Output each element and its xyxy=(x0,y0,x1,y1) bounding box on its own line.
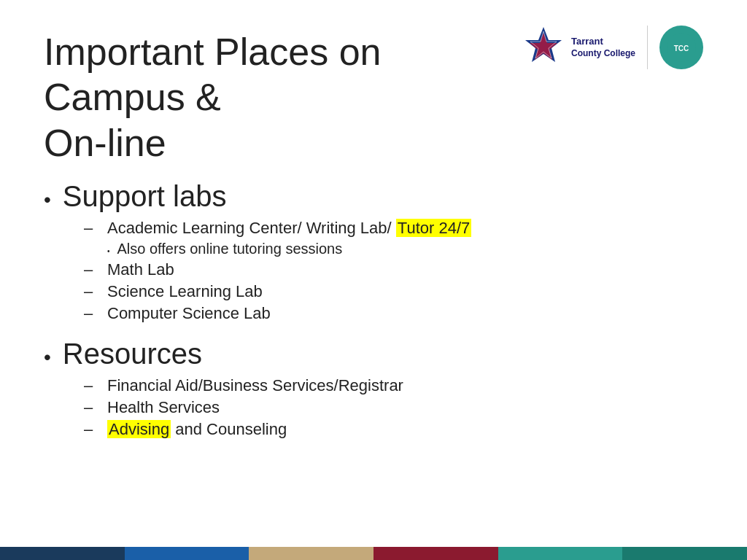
academic-learning-item: – Academic Learning Center/ Writing Lab/… xyxy=(84,219,703,257)
tarrant-text: Tarrant xyxy=(571,36,635,48)
support-labs-bullet: • Support labs xyxy=(44,180,703,213)
dash-icon-7: – xyxy=(84,421,98,438)
academic-learning-row: – Academic Learning Center/ Writing Lab/… xyxy=(84,219,703,238)
dash-icon-1: – xyxy=(84,220,98,236)
slide-container: Important Places on Campus & On-line xyxy=(0,0,747,560)
resources-label: Resources xyxy=(63,338,202,370)
tarrant-star-icon xyxy=(524,26,564,69)
financial-aid-text: Financial Aid/Business Services/Registra… xyxy=(107,376,403,395)
dash-icon-2: – xyxy=(84,262,98,278)
svg-text:TCC: TCC xyxy=(674,44,689,52)
bottom-bar xyxy=(0,547,747,560)
advising-highlight: Advising xyxy=(107,420,171,438)
resources-bullet: • Resources xyxy=(44,338,703,370)
dash-icon-4: – xyxy=(84,306,98,322)
health-services-item: – Health Services xyxy=(84,398,703,417)
bullet-dot-2: • xyxy=(44,347,51,368)
logo-text: Tarrant County College xyxy=(568,36,635,59)
county-college-text: County College xyxy=(571,48,635,60)
dash-icon-3: – xyxy=(84,284,98,300)
health-services-text: Health Services xyxy=(107,398,220,417)
online-tutoring-text: Also offers online tutoring sessions xyxy=(117,241,343,257)
resources-section: • Resources – Financial Aid/Business Ser… xyxy=(44,338,703,439)
bullet-dot-1: • xyxy=(44,190,51,210)
circle-emblem-icon: TCC xyxy=(665,31,697,63)
support-labs-sub-items: – Academic Learning Center/ Writing Lab/… xyxy=(84,219,703,323)
science-lab-text: Science Learning Lab xyxy=(107,282,263,301)
bar-segment-blue xyxy=(125,547,249,560)
bar-segment-navy xyxy=(0,547,125,560)
bar-segment-maroon xyxy=(374,547,498,560)
online-tutoring-item: • Also offers online tutoring sessions xyxy=(107,241,703,257)
slide-title: Important Places on Campus & On-line xyxy=(44,29,524,166)
support-labs-section: • Support labs – Academic Learning Cente… xyxy=(44,180,703,323)
online-tutoring-sub: • Also offers online tutoring sessions xyxy=(107,241,703,257)
science-lab-item: – Science Learning Lab xyxy=(84,282,703,301)
tarrant-logo: Tarrant County College xyxy=(524,26,635,69)
logo-area: Tarrant County College TCC xyxy=(524,22,703,69)
sub-bullet-dot: • xyxy=(107,247,110,255)
math-lab-item: – Math Lab xyxy=(84,260,703,279)
advising-item: – Advising and Counseling xyxy=(84,420,703,439)
logo-divider xyxy=(647,26,648,69)
academic-learning-text: Academic Learning Center/ Writing Lab/ T… xyxy=(107,219,471,238)
support-labs-label: Support labs xyxy=(63,180,227,213)
title-block: Important Places on Campus & On-line xyxy=(44,22,524,166)
dash-icon-6: – xyxy=(84,400,98,416)
dash-icon-5: – xyxy=(84,378,98,394)
computer-science-lab-item: – Computer Science Lab xyxy=(84,304,703,323)
computer-science-lab-text: Computer Science Lab xyxy=(107,304,271,323)
resources-sub-items: – Financial Aid/Business Services/Regist… xyxy=(84,376,703,439)
circle-logo-icon: TCC xyxy=(659,26,703,69)
advising-text: Advising and Counseling xyxy=(107,420,287,439)
title-line2: On-line xyxy=(44,122,166,164)
bar-segment-teal xyxy=(498,547,623,560)
bar-segment-dark-teal xyxy=(622,547,747,560)
math-lab-text: Math Lab xyxy=(107,260,174,279)
title-line1: Important Places on Campus & xyxy=(44,31,381,118)
financial-aid-item: – Financial Aid/Business Services/Regist… xyxy=(84,376,703,395)
header: Important Places on Campus & On-line xyxy=(44,22,703,166)
bar-segment-tan xyxy=(249,547,374,560)
content-area: • Support labs – Academic Learning Cente… xyxy=(44,180,703,439)
tutor-highlight: Tutor 24/7 xyxy=(396,219,471,237)
